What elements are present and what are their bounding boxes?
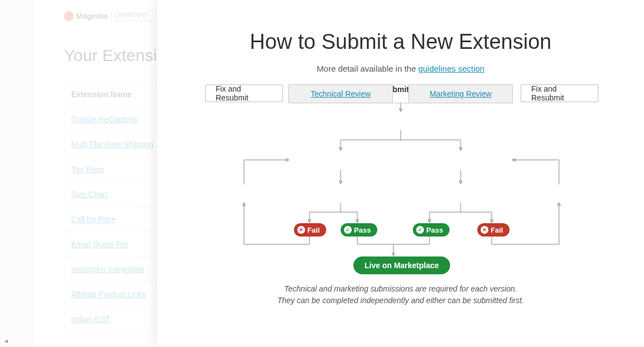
live-box: Live on Marketplace — [353, 257, 450, 274]
modal-title: How to Submit a New Extension — [191, 30, 611, 54]
check-icon: ✓ — [416, 226, 424, 234]
mkt-fail: ✕Fail — [477, 223, 510, 237]
mkt-review[interactable]: Marketing Review — [408, 84, 513, 103]
fix-right: Fix and Resubmit — [521, 84, 598, 102]
modal-subtitle: More detail available in the guidelines … — [191, 64, 611, 73]
modal-notes: Technical and marketing submissions are … — [191, 284, 611, 305]
guidelines-link[interactable]: guidelines section — [418, 64, 485, 73]
scroll-hint-icon — [4, 337, 8, 344]
flow-diagram: Step 1: Create New Theme Step 2: Submit … — [195, 84, 606, 279]
close-icon: ✕ — [297, 226, 305, 234]
fix-left: Fix and Resubmit — [205, 84, 283, 102]
close-icon: ✕ — [481, 226, 488, 234]
tech-review[interactable]: Technical Review — [288, 84, 393, 103]
tech-fail: ✕Fail — [294, 223, 326, 237]
check-icon: ✓ — [344, 226, 352, 234]
tech-pass: ✓Pass — [341, 223, 377, 237]
modal: How to Submit a New Extension More detai… — [157, 0, 644, 347]
mkt-pass: ✓Pass — [413, 223, 450, 237]
